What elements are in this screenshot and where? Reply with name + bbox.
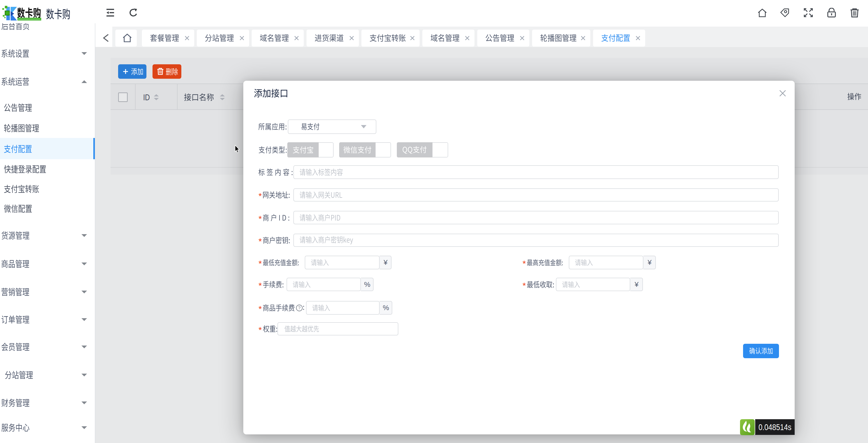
svg-text:?: ?	[298, 305, 301, 311]
